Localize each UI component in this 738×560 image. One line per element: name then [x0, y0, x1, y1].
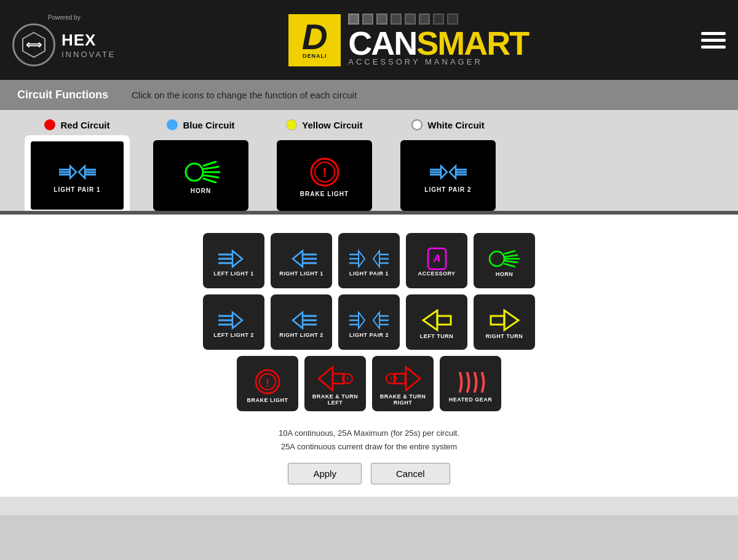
light-pair-2-icon: [424, 159, 473, 186]
light-pair-1-button[interactable]: LIGHT PAIR 1: [338, 233, 400, 288]
blue-dot: [167, 119, 178, 130]
hex-innovate-logo: Powered by ⟺ HEX INNOVATE: [12, 14, 116, 66]
svg-marker-44: [232, 312, 242, 328]
cansmart-wordmark: CAN SMART: [348, 26, 528, 60]
red-tab-wrapper: LIGHT PAIR 1: [25, 135, 130, 211]
yellow-circuit-card[interactable]: ! BRAKE LIGHT: [277, 140, 372, 211]
heated-gear-label: HEATED GEAR: [449, 396, 492, 403]
apply-button[interactable]: Apply: [288, 463, 362, 484]
blue-tab-label: Blue Circuit: [167, 119, 234, 130]
light-pair-1-icon: [53, 159, 102, 186]
circuit-functions-title: Circuit Functions: [12, 86, 113, 104]
sq3: [376, 14, 387, 25]
yellow-circuit-label: Yellow Circuit: [302, 120, 362, 130]
white-card-label: LIGHT PAIR 2: [424, 186, 471, 193]
svg-marker-21: [450, 166, 456, 178]
functions-area: LEFT LIGHT 1 RIGHT LIGHT 1: [0, 215, 738, 497]
svg-marker-25: [232, 251, 242, 267]
red-circuit-tab[interactable]: Red Circuit LIG: [25, 119, 130, 211]
yellow-dot: [286, 119, 297, 130]
white-circuit-tab[interactable]: White Circuit LIGHT PAIR 2: [395, 119, 501, 211]
right-turn-button[interactable]: RIGHT TURN: [474, 294, 535, 350]
svg-marker-33: [359, 251, 365, 267]
svg-text:A: A: [432, 253, 440, 264]
powered-by-text: Powered by: [48, 14, 81, 21]
svg-marker-57: [423, 310, 437, 330]
white-circuit-card[interactable]: LIGHT PAIR 2: [400, 140, 496, 211]
brake-turn-right-button[interactable]: ! BRAKE & TURN RIGHT: [372, 356, 434, 411]
circuit-tabs-row: Red Circuit LIG: [0, 110, 738, 211]
horn-icon-blue: [181, 157, 221, 187]
functions-row-3: ! BRAKE LIGHT ! BRAKE & TURN LEFT: [237, 356, 501, 411]
denali-label: DENALI: [303, 53, 327, 59]
blue-circuit-label: Blue Circuit: [183, 120, 234, 130]
header: Powered by ⟺ HEX INNOVATE D DENALI: [0, 0, 738, 80]
menu-button[interactable]: [701, 32, 726, 49]
right-light-1-icon: [283, 247, 320, 270]
svg-marker-64: [319, 367, 333, 390]
left-turn-icon: [420, 307, 454, 333]
svg-marker-52: [359, 312, 365, 328]
svg-marker-5: [70, 166, 76, 178]
accessory-button[interactable]: A ACCESSORY: [406, 233, 467, 288]
yellow-tab-wrapper: ! BRAKE LIGHT: [272, 135, 377, 211]
squares-row: [348, 14, 528, 25]
svg-text:!: !: [322, 165, 327, 180]
red-card-label: LIGHT PAIR 1: [54, 186, 100, 193]
svg-point-10: [186, 164, 203, 181]
yellow-tab-label: Yellow Circuit: [286, 119, 362, 130]
left-light-2-button[interactable]: LEFT LIGHT 2: [203, 294, 264, 350]
sq1: [348, 14, 359, 25]
blue-circuit-card[interactable]: HORN: [153, 140, 248, 211]
brake-turn-right-label: BRAKE & TURN RIGHT: [375, 393, 431, 406]
brake-light-label: BRAKE LIGHT: [247, 397, 288, 403]
can-text: CAN: [348, 26, 416, 60]
hex-circle-icon: ⟺: [12, 23, 55, 66]
heated-gear-button[interactable]: HEATED GEAR: [440, 356, 501, 411]
circuit-functions-bar: Circuit Functions Click on the icons to …: [0, 80, 738, 110]
svg-marker-59: [504, 310, 518, 330]
svg-text:!: !: [390, 376, 392, 383]
white-circuit-label: White Circuit: [427, 120, 485, 130]
accessory-icon: A: [423, 247, 451, 270]
white-tab-label: White Circuit: [411, 119, 485, 130]
right-light-1-button[interactable]: RIGHT LIGHT 1: [271, 233, 332, 288]
accessory-label: ACCESSORY: [418, 270, 455, 277]
brake-light-button[interactable]: ! BRAKE LIGHT: [237, 356, 298, 411]
yellow-circuit-tab[interactable]: Yellow Circuit ! BRAKE LIGHT: [272, 119, 377, 211]
sq8: [447, 14, 458, 25]
light-pair-2-func-icon: [347, 309, 391, 332]
svg-text:!: !: [346, 376, 348, 383]
cancel-button[interactable]: Cancel: [371, 463, 450, 484]
right-light-2-button[interactable]: RIGHT LIGHT 2: [271, 294, 332, 350]
blue-circuit-tab[interactable]: Blue Circuit HORN: [148, 119, 253, 211]
svg-marker-29: [293, 251, 303, 267]
left-turn-button[interactable]: LEFT TURN: [406, 294, 467, 350]
red-circuit-label: Red Circuit: [60, 120, 109, 130]
heated-gear-icon: [454, 367, 488, 396]
white-tab-wrapper: LIGHT PAIR 2: [395, 135, 501, 211]
sq2: [362, 14, 373, 25]
right-light-2-label: RIGHT LIGHT 2: [279, 332, 323, 338]
svg-marker-37: [373, 251, 379, 267]
menu-bar-3: [701, 45, 726, 49]
denali-d-icon: D: [302, 21, 328, 53]
brake-turn-left-button[interactable]: ! BRAKE & TURN LEFT: [304, 356, 366, 411]
svg-marker-56: [373, 312, 379, 328]
light-pair-2-func-label: LIGHT PAIR 2: [349, 332, 389, 338]
horn-button[interactable]: HORN: [474, 233, 535, 288]
functions-row-1: LEFT LIGHT 1 RIGHT LIGHT 1: [203, 233, 535, 288]
svg-marker-68: [406, 367, 420, 390]
sq7: [433, 14, 444, 25]
left-light-1-button[interactable]: LEFT LIGHT 1: [203, 233, 264, 288]
left-light-1-icon: [215, 247, 252, 270]
svg-point-40: [490, 251, 504, 266]
light-pair-1-func-label: LIGHT PAIR 1: [349, 270, 389, 277]
sq5: [405, 14, 416, 25]
blue-tab-wrapper: HORN: [148, 135, 253, 211]
menu-bar-2: [701, 39, 726, 42]
red-circuit-card[interactable]: LIGHT PAIR 1: [30, 140, 125, 211]
svg-rect-60: [491, 316, 504, 325]
light-pair-2-button[interactable]: LIGHT PAIR 2: [338, 294, 400, 350]
brake-light-icon: !: [306, 154, 343, 191]
